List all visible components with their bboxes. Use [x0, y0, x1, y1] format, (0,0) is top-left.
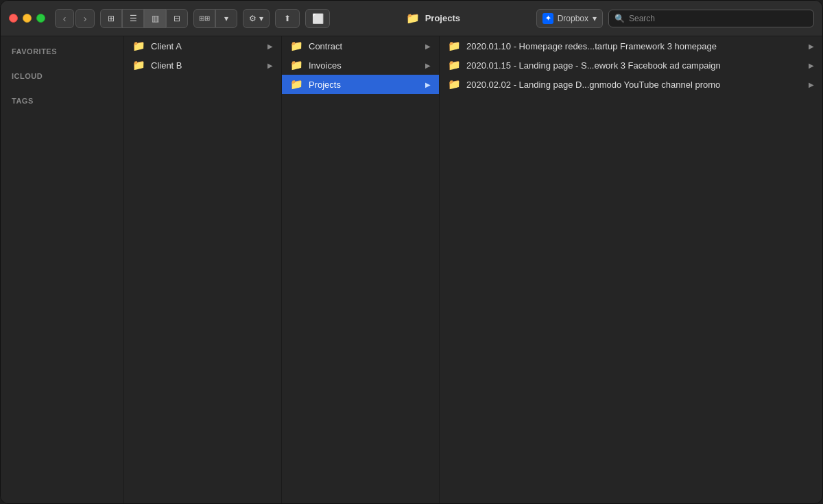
dropbox-button[interactable]: ✦ Dropbox ▾: [536, 9, 603, 28]
item-label: 2020.01.15 - Landing page - S...ework 3 …: [466, 60, 803, 71]
item-label: Client A: [151, 41, 262, 51]
window-title: Projects: [425, 13, 460, 23]
sidebar-icloud-label: iCloud: [1, 69, 123, 83]
group-view-buttons: ⊞⊞ ▾: [193, 9, 237, 28]
column-view-button[interactable]: ▥: [144, 9, 166, 28]
folder-icon: 📁: [448, 59, 461, 71]
list-item[interactable]: 📁 Invoices ▶: [282, 56, 439, 75]
dropbox-chevron-icon: ▾: [593, 14, 597, 23]
share-icon: ⬆: [284, 14, 291, 23]
list-item[interactable]: 📁 Projects ▶: [282, 75, 439, 94]
chevron-right-icon: ▶: [425, 43, 431, 50]
maximize-button[interactable]: [36, 14, 45, 23]
back-button[interactable]: ‹: [55, 9, 74, 28]
traffic-lights: [9, 14, 45, 23]
share-button[interactable]: ⬆: [275, 9, 300, 28]
search-placeholder: Search: [629, 14, 655, 23]
titlebar: ‹ › ⊞ ☰ ▥ ⊟ ⊞⊞: [1, 1, 822, 36]
gallery-view-icon: ⊟: [174, 14, 180, 23]
chevron-right-icon: ▶: [809, 81, 814, 88]
group-chevron-icon: ▾: [224, 14, 228, 23]
list-item[interactable]: 📁 2020.02.02 - Landing page D...gnmodo Y…: [440, 75, 822, 94]
chevron-right-icon: ▶: [809, 62, 814, 69]
group-icon: ⊞⊞: [199, 14, 210, 22]
icon-view-icon: ⊞: [108, 14, 115, 23]
column-browser: 📁 Client A ▶ 📁 Client B ▶ 📁 Contract ▶: [124, 36, 822, 503]
column-1: 📁 Client A ▶ 📁 Client B ▶: [124, 36, 282, 503]
close-button[interactable]: [9, 14, 18, 23]
forward-icon: ›: [84, 13, 87, 24]
item-label: Contract: [309, 41, 420, 51]
action-button[interactable]: ⚙ ▾: [243, 9, 270, 28]
action-icon: ⚙: [249, 14, 257, 23]
list-view-icon: ☰: [130, 14, 137, 23]
chevron-right-icon: ▶: [267, 43, 273, 50]
minimize-button[interactable]: [23, 14, 32, 23]
sidebar-tags-label: Tags: [1, 94, 123, 108]
chevron-right-icon: ▶: [425, 81, 431, 88]
icon-view-button[interactable]: ⊞: [100, 9, 122, 28]
chevron-right-icon: ▶: [267, 62, 273, 69]
folder-icon: 📁: [132, 40, 145, 52]
list-item[interactable]: 📁 Contract ▶: [282, 36, 439, 56]
group-chevron-button[interactable]: ▾: [215, 9, 237, 28]
content-area: Favorites iCloud Tags 📁 Client A ▶ 📁 Cli…: [1, 36, 822, 503]
chevron-right-icon: ▶: [425, 62, 431, 69]
list-item[interactable]: 📁 2020.01.15 - Landing page - S...ework …: [440, 56, 822, 75]
list-view-button[interactable]: ☰: [122, 9, 144, 28]
list-item[interactable]: 📁 Client A ▶: [124, 36, 281, 56]
tag-icon: ⬜: [312, 13, 324, 24]
column-3: 📁 2020.01.10 - Homepage redes...tartup F…: [440, 36, 822, 503]
folder-icon: 📁: [290, 59, 303, 71]
view-mode-buttons: ⊞ ☰ ▥ ⊟: [100, 9, 188, 28]
chevron-right-icon: ▶: [809, 43, 814, 50]
item-label: 2020.02.02 - Landing page D...gnmodo You…: [466, 80, 803, 90]
group-button[interactable]: ⊞⊞: [193, 9, 215, 28]
dropbox-label: Dropbox: [558, 14, 588, 23]
search-icon: 🔍: [615, 14, 625, 23]
folder-icon: 📁: [448, 78, 461, 91]
finder-window: ‹ › ⊞ ☰ ▥ ⊟ ⊞⊞: [0, 0, 823, 504]
list-item[interactable]: 📁 Client B ▶: [124, 56, 281, 75]
nav-buttons: ‹ ›: [55, 9, 95, 28]
item-label: 2020.01.10 - Homepage redes...tartup Fra…: [466, 41, 803, 51]
back-icon: ‹: [63, 13, 67, 24]
item-label: Invoices: [309, 60, 420, 71]
dropbox-icon: ✦: [542, 13, 553, 24]
forward-button[interactable]: ›: [75, 9, 95, 28]
search-bar[interactable]: 🔍 Search: [608, 10, 814, 27]
action-chevron-icon: ▾: [259, 14, 263, 23]
folder-icon: 📁: [132, 59, 145, 71]
sidebar: Favorites iCloud Tags: [1, 36, 124, 503]
title-area: 📁 Projects: [335, 12, 531, 25]
column-view-icon: ▥: [152, 14, 159, 23]
folder-icon: 📁: [290, 78, 303, 91]
folder-icon: 📁: [290, 40, 303, 52]
right-controls: ✦ Dropbox ▾ 🔍 Search: [536, 9, 814, 28]
item-label: Projects: [309, 80, 420, 90]
gallery-view-button[interactable]: ⊟: [166, 9, 188, 28]
title-folder-icon: 📁: [406, 12, 420, 25]
tag-button[interactable]: ⬜: [305, 9, 330, 28]
folder-icon: 📁: [448, 40, 461, 52]
sidebar-favorites-label: Favorites: [1, 45, 123, 58]
list-item[interactable]: 📁 2020.01.10 - Homepage redes...tartup F…: [440, 36, 822, 56]
item-label: Client B: [151, 60, 262, 71]
column-2: 📁 Contract ▶ 📁 Invoices ▶ 📁 Projects ▶: [282, 36, 440, 503]
